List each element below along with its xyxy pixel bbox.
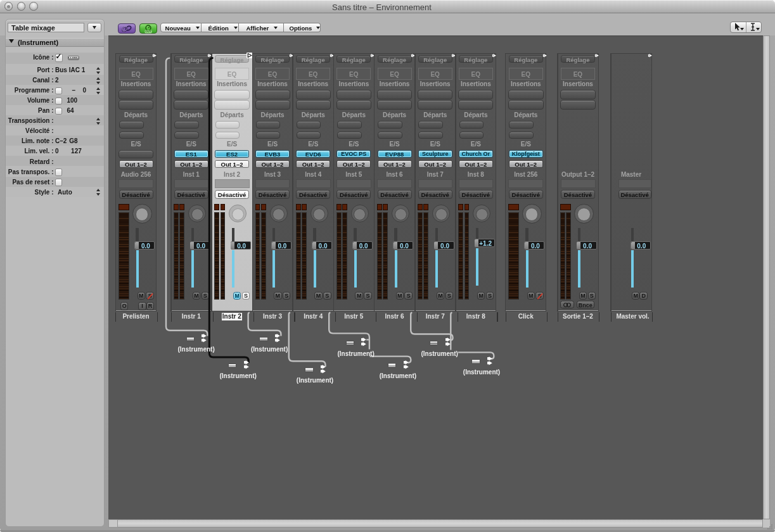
svg-text:OUT: OUT [145, 30, 151, 33]
